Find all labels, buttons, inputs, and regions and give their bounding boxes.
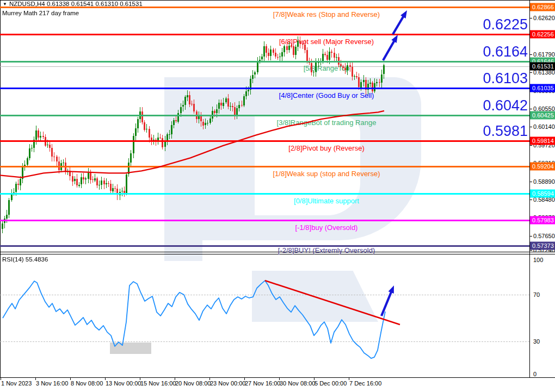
price-scale-tick	[530, 109, 532, 109]
big-price-label: 0.5981	[483, 123, 528, 140]
price-scale-tick	[530, 54, 532, 55]
rsi-indicator-canvas[interactable]	[0, 254, 529, 377]
price-scale-label: 0.62620	[533, 15, 555, 21]
price-scale-label: 0.60140	[533, 123, 555, 130]
murrey-line	[0, 140, 529, 142]
murrey-line	[0, 220, 529, 221]
big-price-label: 0.6103	[483, 70, 528, 87]
price-scale-tick	[530, 72, 532, 73]
murrey-line	[0, 166, 529, 167]
time-axis-label: 15 Nov 16:00	[140, 380, 176, 387]
price-scale-tick	[530, 182, 532, 182]
symbol-ohlc-text: NZDUSD,H4 0.61338 0.61541 0.61310 0.6153…	[9, 1, 143, 7]
rsi-scale-label: 0	[533, 371, 536, 377]
price-scale-badge: 0.59204	[530, 163, 555, 171]
price-scale-label: 0.57650	[533, 233, 555, 239]
price-scale-badge: 0.57373	[530, 242, 555, 250]
time-axis-label: 1 Nov 2023	[1, 380, 32, 387]
indicator-name-label: Murrey Math 217 day frame	[2, 10, 79, 16]
murrey-line	[0, 193, 529, 195]
current-price-badge: 0.61531	[530, 63, 555, 71]
murrey-line	[0, 88, 529, 89]
murrey-line	[0, 34, 529, 35]
price-scale-tick	[530, 200, 532, 200]
symbol-header: ▼NZDUSD,H4 0.61338 0.61541 0.61310 0.615…	[3, 1, 143, 7]
big-price-label: 0.6225	[483, 16, 528, 33]
price-scale-badge: 0.57983	[530, 216, 555, 225]
price-scale-badge: 0.58594	[530, 190, 555, 198]
time-axis-label: 8 Nov 08:00	[71, 380, 103, 387]
time-axis-label: 3 Nov 16:00	[36, 380, 68, 387]
price-scale-tick	[530, 127, 532, 127]
time-axis-label: 5 Dec 00:00	[314, 380, 347, 387]
big-price-label: 0.6164	[483, 43, 528, 60]
price-scale-badge: 0.61035	[530, 84, 555, 92]
rsi-scale-label: 30	[533, 338, 540, 345]
time-axis-label: 23 Nov 00:00	[210, 380, 245, 387]
price-scale-tick	[530, 145, 532, 146]
rsi-scale-label: 100	[533, 257, 543, 263]
price-scale-badge: 0.62256	[530, 30, 555, 39]
price-scale-tick	[530, 250, 532, 251]
rsi-title-label: RSI(14) 55.4836	[2, 256, 48, 263]
big-price-label: 0.6042	[483, 97, 528, 114]
time-axis-label: 20 Nov 08:00	[175, 380, 211, 387]
time-axis-label: 7 Dec 16:00	[349, 380, 381, 387]
border-scale	[529, 0, 530, 378]
time-axis-label: 27 Nov 16:00	[245, 380, 280, 387]
price-scale-label: 0.61790	[533, 51, 555, 58]
murrey-line	[0, 115, 529, 116]
murrey-line	[0, 61, 529, 63]
price-scale-tick	[530, 18, 532, 18]
main-chart-canvas[interactable]	[0, 0, 529, 252]
chevron-down-icon[interactable]: ▼	[3, 2, 7, 7]
trading-chart-window: [7/8]Weak res (Stop and Reverse)[6/8]Piv…	[0, 0, 555, 392]
border-bottom	[0, 377, 555, 378]
price-scale-label: 0.58890	[533, 178, 555, 185]
murrey-line	[0, 245, 529, 247]
price-scale-badge: 0.59814	[530, 137, 555, 145]
time-axis-label: 30 Nov 08:00	[280, 380, 315, 387]
price-scale-badge: 0.62866	[530, 3, 555, 11]
price-scale-badge: 0.60425	[530, 111, 555, 120]
rsi-scale-label: 70	[533, 291, 540, 298]
time-axis-label: 13 Nov 00:00	[106, 380, 141, 387]
price-scale-tick	[530, 236, 532, 237]
